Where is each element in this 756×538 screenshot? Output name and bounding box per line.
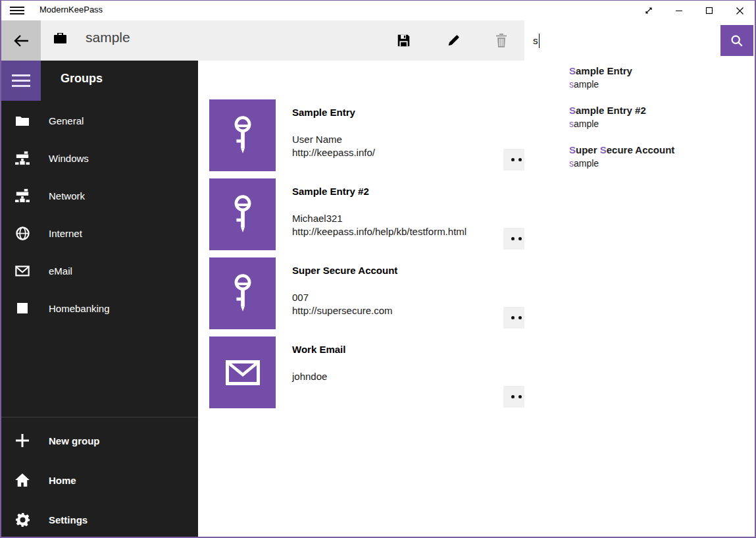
entry-row-sample-entry[interactable]: Sample Entry User Name http://keepass.in…	[209, 99, 527, 171]
entry-username: johndoe	[292, 370, 327, 383]
sidebar-item-homebanking[interactable]: Homebanking	[1, 292, 198, 324]
database-title: sample	[86, 30, 130, 45]
entry-username: Michael321	[292, 212, 466, 225]
search-input[interactable]: s	[533, 25, 540, 56]
groups-heading: Groups	[61, 72, 103, 86]
entry-url: http://keepass.info/help/kb/testform.htm…	[292, 225, 466, 238]
app-window: ModernKeePass	[0, 0, 756, 538]
close-icon	[736, 7, 744, 15]
minimize-button[interactable]	[664, 1, 694, 20]
sidebar-item-label: Home	[49, 475, 76, 486]
key-icon	[228, 194, 258, 235]
text-caret	[539, 34, 540, 48]
search-suggestion-item[interactable]: Sample Entrysample	[524, 63, 755, 102]
entry-title: Work Email	[292, 344, 345, 355]
entry-username: 007	[292, 291, 393, 304]
search-icon	[730, 34, 743, 47]
delete-button[interactable]	[485, 20, 518, 61]
back-arrow-icon	[13, 34, 30, 48]
mail-icon	[226, 360, 260, 385]
pencil-icon	[446, 34, 461, 48]
entry-icon-tile	[209, 257, 276, 329]
search-query-text: s	[533, 35, 538, 46]
sidebar-item-label: Homebanking	[49, 303, 110, 314]
search-suggestion-list: Sample EntrysampleSample Entry #2sampleS…	[524, 63, 755, 181]
entry-details: 007 http://supersecure.com	[292, 291, 393, 317]
gear-icon	[14, 513, 30, 527]
sidebar-item-general[interactable]: General	[1, 105, 198, 136]
navigation-sidebar: Groups General Windows	[1, 61, 198, 537]
sidebar-item-email[interactable]: eMail	[1, 255, 198, 286]
back-button[interactable]	[1, 20, 41, 61]
entry-row-super-secure-account[interactable]: Super Secure Account 007 http://supersec…	[209, 257, 527, 329]
sidebar-item-label: General	[49, 115, 84, 126]
trash-icon	[495, 34, 508, 48]
entry-url: http://keepass.info/	[292, 146, 375, 159]
search-panel: s Sample EntrysampleSample Entry #2sampl…	[524, 20, 755, 537]
fullscreen-button[interactable]	[634, 1, 664, 20]
folder-icon	[14, 115, 30, 126]
suggestion-subtitle: sample	[569, 157, 748, 170]
entry-title: Super Secure Account	[292, 265, 397, 276]
entry-icon-tile	[209, 178, 276, 250]
fullscreen-icon	[644, 6, 653, 15]
key-icon	[228, 115, 258, 156]
search-box: s	[524, 25, 755, 56]
sidebar-item-home[interactable]: Home	[1, 464, 198, 496]
square-icon	[14, 303, 30, 313]
sidebar-item-label: Windows	[49, 153, 89, 164]
network-icon	[14, 188, 30, 203]
entry-details: johndoe	[292, 370, 327, 383]
sidebar-item-settings[interactable]: Settings	[1, 504, 198, 535]
save-button[interactable]	[387, 20, 420, 61]
sidebar-item-internet[interactable]: Internet	[1, 217, 198, 249]
search-suggestion-item[interactable]: Sample Entry #2sample	[524, 102, 755, 142]
network-icon	[14, 151, 30, 165]
entry-username: User Name	[292, 133, 375, 146]
database-briefcase-icon	[54, 33, 66, 46]
sidebar-item-new-group[interactable]: New group	[1, 425, 198, 456]
plus-icon	[14, 433, 30, 448]
maximize-icon	[705, 7, 713, 14]
sidebar-item-label: Internet	[49, 228, 82, 239]
entry-icon-tile	[209, 336, 276, 408]
key-icon	[228, 273, 258, 314]
entry-url: http://supersecure.com	[292, 304, 393, 317]
entry-row-work-email[interactable]: Work Email johndoe	[209, 336, 527, 408]
suggestion-title: Sample Entry	[569, 65, 748, 78]
entry-title: Sample Entry	[292, 107, 355, 118]
entry-details: User Name http://keepass.info/	[292, 133, 375, 159]
titlebar-hamburger-icon[interactable]	[10, 5, 24, 16]
app-title: ModernKeePass	[39, 5, 103, 14]
suggestion-subtitle: sample	[569, 78, 748, 91]
minimize-icon	[675, 7, 683, 14]
title-bar: ModernKeePass	[1, 1, 755, 20]
sidebar-separator	[1, 417, 198, 417]
home-icon	[14, 473, 30, 487]
edit-button[interactable]	[437, 20, 470, 61]
search-button[interactable]	[720, 25, 753, 56]
maximize-button[interactable]	[694, 1, 724, 20]
suggestion-title: Super Secure Account	[569, 144, 748, 157]
entry-title: Sample Entry #2	[292, 186, 369, 197]
sidebar-hamburger-button[interactable]	[1, 61, 41, 101]
mail-icon	[14, 265, 30, 277]
suggestion-title: Sample Entry #2	[569, 104, 748, 117]
entry-row-sample-entry-2[interactable]: Sample Entry #2 Michael321 http://keepas…	[209, 178, 527, 250]
search-suggestion-item[interactable]: Super Secure Accountsample	[524, 142, 755, 181]
sidebar-item-windows[interactable]: Windows	[1, 142, 198, 174]
window-controls	[634, 1, 755, 20]
close-button[interactable]	[724, 1, 755, 20]
sidebar-item-label: Settings	[49, 514, 88, 525]
sidebar-item-label: eMail	[49, 265, 72, 277]
globe-icon	[14, 227, 30, 240]
sidebar-item-label: Network	[49, 190, 85, 202]
sidebar-item-label: New group	[49, 435, 100, 446]
sidebar-item-network[interactable]: Network	[1, 180, 198, 211]
entry-details: Michael321 http://keepass.info/help/kb/t…	[292, 212, 466, 238]
save-icon	[397, 34, 411, 47]
suggestion-subtitle: sample	[569, 117, 748, 130]
entry-icon-tile	[209, 99, 276, 171]
